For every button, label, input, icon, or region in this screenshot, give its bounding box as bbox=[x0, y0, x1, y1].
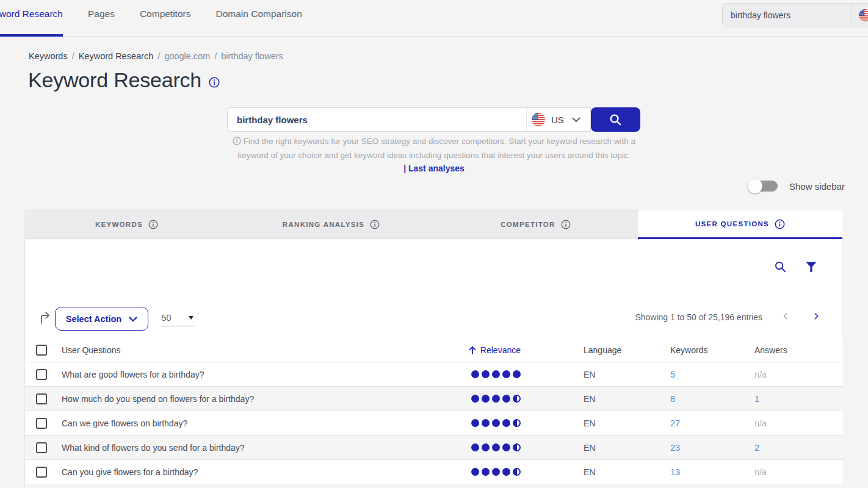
row-answers: n/a bbox=[754, 460, 767, 484]
relevance-dot-full bbox=[492, 419, 500, 427]
top-navigation-bar: Keyword Research Pages Competitors Domai… bbox=[0, 0, 868, 37]
tab-competitor[interactable]: Competitor bbox=[433, 210, 638, 239]
row-question: What are good flowers for a birthday? bbox=[62, 362, 204, 386]
relevance-dot-full bbox=[471, 468, 479, 476]
topbar-search-value[interactable]: birthday flowers bbox=[723, 10, 852, 20]
breadcrumb: Keywords/Keyword Research/google.com/bir… bbox=[29, 51, 283, 61]
relevance-dot-full bbox=[492, 395, 500, 403]
relevance-dot-full bbox=[471, 395, 479, 403]
pagination-next-icon[interactable] bbox=[813, 311, 820, 321]
content-tabs: Keywords Ranking Analysis Competitor Use… bbox=[24, 210, 842, 239]
row-checkbox[interactable] bbox=[36, 418, 47, 429]
relevance-dot-full bbox=[471, 443, 479, 451]
tab-ranking-analysis[interactable]: Ranking Analysis bbox=[229, 210, 433, 239]
topbar-search-box[interactable]: birthday flowers bbox=[722, 3, 868, 27]
info-icon[interactable] bbox=[148, 220, 158, 229]
table-row: Can we give flowers on birthday? EN 27 n… bbox=[25, 411, 843, 436]
relevance-dot-half bbox=[513, 443, 521, 451]
breadcrumb-keywords[interactable]: Keywords bbox=[29, 51, 68, 61]
tab-user-questions[interactable]: User Questions bbox=[638, 210, 842, 239]
relevance-rating bbox=[469, 468, 521, 476]
row-language: EN bbox=[584, 387, 595, 411]
breadcrumb-separator: / bbox=[157, 51, 160, 61]
breadcrumb-keyword: birthday flowers bbox=[221, 51, 283, 61]
relevance-dot-full bbox=[502, 395, 510, 403]
row-question: Can you give flowers for a birthday? bbox=[62, 460, 198, 484]
title-info-icon[interactable] bbox=[209, 77, 220, 88]
relevance-dot-full bbox=[492, 370, 500, 378]
sidebar-toggle-row: Show sidebar bbox=[750, 181, 845, 192]
info-icon[interactable] bbox=[370, 220, 380, 229]
relevance-dot-full bbox=[471, 419, 479, 427]
nav-item-keyword-research[interactable]: Keyword Research bbox=[0, 0, 63, 37]
tab-ranking-analysis-label: Ranking Analysis bbox=[283, 221, 364, 228]
info-icon bbox=[233, 137, 241, 145]
search-hint: Find the right keywords for your SEO str… bbox=[0, 135, 868, 162]
row-checkbox[interactable] bbox=[36, 369, 47, 380]
row-answers: 2 bbox=[754, 436, 759, 459]
tab-keywords[interactable]: Keywords bbox=[24, 210, 229, 239]
keyword-search-input[interactable]: birthday flowers bbox=[227, 107, 526, 132]
row-checkbox[interactable] bbox=[36, 442, 47, 453]
info-icon[interactable] bbox=[561, 220, 571, 229]
header-user-questions: User Questions bbox=[62, 338, 120, 362]
filter-icon[interactable] bbox=[806, 262, 817, 273]
us-flag-icon bbox=[859, 9, 868, 21]
relevance-dot-full bbox=[482, 443, 490, 451]
country-selector[interactable]: US bbox=[526, 107, 591, 132]
table-header-row: User Questions Relevance Language Keywor… bbox=[25, 338, 843, 362]
header-relevance[interactable]: Relevance bbox=[443, 338, 521, 362]
row-keywords-link[interactable]: 5 bbox=[670, 370, 675, 379]
breadcrumb-separator: / bbox=[72, 51, 74, 61]
search-hint-line2: keyword of your choice and get keyword i… bbox=[0, 149, 868, 163]
page-title: Keyword Research bbox=[28, 68, 201, 92]
row-keywords-link[interactable]: 27 bbox=[670, 418, 680, 428]
relevance-dot-half bbox=[513, 468, 521, 476]
row-answers-link[interactable]: 2 bbox=[754, 443, 759, 453]
relevance-dot-full bbox=[502, 419, 510, 427]
user-questions-panel: Select Action 50 Showing 1 to 50 of 25,1… bbox=[24, 239, 842, 488]
info-icon[interactable] bbox=[775, 219, 785, 229]
table-row: What are good flowers for a birthday? EN… bbox=[25, 362, 843, 387]
tab-keywords-label: Keywords bbox=[95, 221, 143, 228]
top-nav: Keyword Research Pages Competitors Domai… bbox=[0, 0, 302, 37]
relevance-rating bbox=[469, 419, 521, 427]
search-button[interactable] bbox=[591, 107, 640, 132]
row-answers: n/a bbox=[754, 411, 767, 435]
pagination-prev-icon[interactable] bbox=[782, 311, 789, 321]
row-question: How much do you spend on flowers for a b… bbox=[62, 387, 254, 411]
row-keywords-link[interactable]: 8 bbox=[670, 394, 675, 404]
show-sidebar-toggle[interactable] bbox=[750, 181, 778, 192]
app-window: Keyword Research Pages Competitors Domai… bbox=[0, 0, 868, 488]
relevance-dot-half bbox=[513, 419, 521, 427]
select-all-checkbox[interactable] bbox=[36, 345, 47, 356]
breadcrumb-keyword-research[interactable]: Keyword Research bbox=[79, 51, 154, 61]
relevance-dot-half bbox=[513, 395, 521, 403]
row-question: Can we give flowers on birthday? bbox=[62, 411, 187, 435]
row-keywords-link[interactable]: 13 bbox=[670, 467, 680, 477]
nav-item-domain-comparison[interactable]: Domain Comparison bbox=[215, 0, 302, 37]
table-row: Can you give flowers for a birthday? EN … bbox=[25, 460, 843, 484]
sort-ascending-icon bbox=[469, 346, 476, 354]
row-answers: n/a bbox=[754, 362, 767, 386]
nav-item-pages[interactable]: Pages bbox=[88, 0, 115, 37]
row-checkbox[interactable] bbox=[36, 467, 47, 478]
row-language: EN bbox=[584, 362, 595, 386]
relevance-dot-full bbox=[502, 468, 510, 476]
relevance-rating bbox=[469, 370, 521, 378]
row-answers-link[interactable]: 1 bbox=[754, 394, 759, 404]
breadcrumb-separator: / bbox=[214, 51, 217, 61]
relevance-dot-full bbox=[513, 370, 521, 378]
last-analyses-link[interactable]: | Last analyses bbox=[0, 163, 868, 173]
country-code: US bbox=[551, 115, 564, 125]
relevance-dot-full bbox=[502, 370, 510, 378]
table-search-icon[interactable] bbox=[775, 261, 786, 273]
row-keywords-link[interactable]: 23 bbox=[670, 443, 680, 453]
topbar-country-segment[interactable] bbox=[852, 4, 868, 27]
nav-item-competitors[interactable]: Competitors bbox=[140, 0, 191, 37]
row-answers: 1 bbox=[754, 387, 759, 411]
breadcrumb-domain[interactable]: google.com bbox=[164, 51, 210, 61]
header-relevance-label: Relevance bbox=[480, 345, 521, 355]
row-checkbox[interactable] bbox=[36, 393, 47, 404]
table-row: What kind of flowers do you send for a b… bbox=[25, 436, 843, 460]
